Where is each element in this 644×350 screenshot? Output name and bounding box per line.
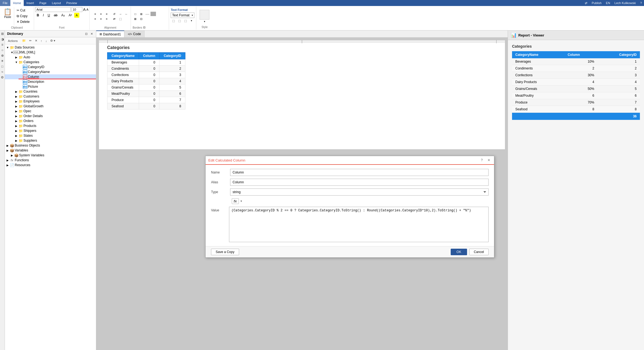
side-icon-4[interactable]: ○ xyxy=(0,48,5,52)
toggle-employees[interactable]: ▶ xyxy=(14,99,19,104)
toggle-functions[interactable]: ▶ xyxy=(5,158,10,162)
toggle-countries[interactable]: ▶ xyxy=(14,89,19,94)
ok-button[interactable]: OK xyxy=(451,249,467,255)
toggle-systemvariables[interactable]: ▶ xyxy=(10,153,14,157)
strikethrough-button[interactable]: ab xyxy=(52,13,59,18)
toggle-customers[interactable]: ▶ xyxy=(14,94,19,99)
menu-home[interactable]: Home xyxy=(10,0,24,6)
tab-dashboard1[interactable]: ⊞ Dashboard1 xyxy=(96,31,124,37)
toggle-products[interactable]: ▶ xyxy=(14,124,19,128)
align-top-right-btn[interactable]: ≡ xyxy=(104,12,109,16)
underline-button[interactable]: U xyxy=(46,13,52,18)
fx-button[interactable]: fx xyxy=(232,198,239,204)
delete-button[interactable]: ✕ Delete xyxy=(15,19,31,25)
toggle-variables[interactable]: ▶ xyxy=(5,148,10,153)
tree-node-xml[interactable]: ▼ XML XML [XML] xyxy=(5,50,96,55)
toggle-auto[interactable]: ▶ xyxy=(14,55,19,59)
cell-merge-btn[interactable]: ⊠ xyxy=(133,17,138,21)
tree-node-variables[interactable]: ▶ 📦 Variables xyxy=(5,148,96,153)
tree-node-categoryid[interactable]: ▶ abc CategoryID xyxy=(5,65,96,69)
alias-input[interactable] xyxy=(230,179,489,186)
action-down-btn[interactable]: ↓ xyxy=(44,38,49,43)
borders-expand-icon[interactable]: ⊡ xyxy=(143,26,145,29)
textformat-down-icon[interactable]: ▾ xyxy=(189,19,194,23)
italic-button[interactable]: I xyxy=(41,13,45,18)
tree-node-opec[interactable]: ▶ 📁 Opec xyxy=(5,109,96,114)
font-shrink-icon[interactable]: A xyxy=(86,8,88,11)
toggle-suppliers[interactable]: ▶ xyxy=(14,138,19,143)
border-all-btn[interactable]: ⊞ xyxy=(139,12,144,16)
side-icon-9[interactable]: ⚙ xyxy=(0,75,5,80)
save-copy-button[interactable]: Save a Copy xyxy=(211,249,239,255)
tree-node-customers[interactable]: ▶ 📁 Customers xyxy=(5,94,96,99)
toggle-opec[interactable]: ▶ xyxy=(14,109,19,113)
bold-button[interactable]: B xyxy=(35,13,41,18)
menu-layout[interactable]: Layout xyxy=(49,0,64,6)
name-input[interactable] xyxy=(230,169,489,176)
rotate-btn[interactable]: ↺ xyxy=(112,12,117,16)
user-btn[interactable]: Lech Kulikowski xyxy=(612,1,638,5)
action-edit-btn[interactable]: ✏ xyxy=(28,38,33,43)
wrap-text-btn[interactable]: ⇌ xyxy=(112,17,117,21)
align-mid-center-btn[interactable]: ≡ xyxy=(98,17,104,21)
menu-preview[interactable]: Preview xyxy=(64,0,80,6)
textformat-btn2[interactable]: ⬚ xyxy=(177,19,182,23)
merge-cells-btn[interactable]: ⬚ xyxy=(118,17,123,21)
tree-node-employees[interactable]: ▶ 📁 Employees xyxy=(5,99,96,104)
tree-node-categoryname[interactable]: ▶ abc CategoryName xyxy=(5,69,96,74)
copy-button[interactable]: ⧉ Copy xyxy=(15,13,31,19)
outdent-btn[interactable]: ← xyxy=(124,12,129,16)
cut-button[interactable]: ✂ Cut xyxy=(15,8,31,13)
panel-close-btn[interactable]: ✕ xyxy=(89,32,94,36)
tree-node-orders[interactable]: ▶ 📁 Orders xyxy=(5,118,96,123)
dialog-close-btn[interactable]: ✕ xyxy=(486,158,491,163)
side-icon-8[interactable]: ≈ xyxy=(0,70,5,74)
side-icon-5[interactable]: ⊕ xyxy=(0,53,5,58)
textformat-btn3[interactable]: ⬚ xyxy=(183,19,188,23)
action-delete-btn[interactable]: ✕ xyxy=(34,38,39,43)
textformat-btn1[interactable]: ⬚ xyxy=(171,19,176,23)
action-new-btn[interactable]: 📁 xyxy=(21,38,27,43)
tree-node-description[interactable]: ▶ abc Description xyxy=(5,79,96,84)
side-icon-3[interactable]: ≡ xyxy=(0,42,5,47)
panel-float-btn[interactable]: ⊡ xyxy=(84,32,88,36)
toggle-states[interactable]: ▶ xyxy=(14,133,19,138)
indent-btn[interactable]: → xyxy=(118,12,123,16)
tree-node-column[interactable]: ▶ f(x) Column xyxy=(5,74,96,79)
tree-node-functions[interactable]: ▶ fx Functions xyxy=(5,158,96,163)
tree-node-products[interactable]: ▶ 📁 Products xyxy=(5,123,96,128)
dialog-help-btn[interactable]: ? xyxy=(479,158,484,163)
language-btn[interactable]: EN xyxy=(604,1,612,5)
cancel-button[interactable]: Cancel xyxy=(469,249,489,255)
side-icon-7[interactable]: □ xyxy=(0,64,5,69)
toggle-shippers[interactable]: ▶ xyxy=(14,129,19,133)
menu-page[interactable]: Page xyxy=(37,0,49,6)
tree-node-auto[interactable]: ▶ 📁 Auto xyxy=(5,55,96,60)
font-size-input[interactable] xyxy=(71,7,82,12)
tree-node-states[interactable]: ▶ 📁 States xyxy=(5,133,96,138)
border-color-btn[interactable]: — xyxy=(145,12,150,16)
help-btn[interactable]: ? xyxy=(638,1,644,5)
actions-dropdown[interactable]: Actions xyxy=(7,38,19,43)
side-icon-2[interactable]: ◑ xyxy=(0,37,5,41)
tree-node-businessobjects[interactable]: ▶ 📦 Business Objects xyxy=(5,143,96,148)
type-select[interactable]: string number boolean datetime xyxy=(230,188,489,196)
fx-dropdown-icon[interactable]: ▾ xyxy=(240,199,242,203)
share-icon-btn[interactable]: ⇄ xyxy=(583,1,589,6)
paste-button[interactable]: 📋 Paste xyxy=(2,7,14,26)
tree-node-picture[interactable]: ▶ abc Picture xyxy=(5,84,96,89)
tree-node-suppliers[interactable]: ▶ 📁 Suppliers xyxy=(5,138,96,143)
action-up-btn[interactable]: ↑ xyxy=(39,38,44,43)
toggle-categories[interactable]: ▼ xyxy=(14,60,19,64)
action-settings-btn[interactable]: ⚙ ▾ xyxy=(49,38,57,43)
font-grow-icon[interactable]: A xyxy=(83,7,86,12)
align-top-center-btn[interactable]: ≡ xyxy=(98,12,104,16)
superscript-button[interactable]: A² xyxy=(67,13,74,18)
subscript-button[interactable]: A₂ xyxy=(60,13,67,18)
cell-split-btn[interactable]: ⊡ xyxy=(139,17,144,21)
border-fill-btn[interactable] xyxy=(151,12,156,16)
font-name-input[interactable] xyxy=(35,7,71,12)
tree-node-systemvariables[interactable]: ▶ 📦 System Variables xyxy=(5,153,96,158)
tree-node-resources[interactable]: ▶ 📄 Resources xyxy=(5,163,96,168)
tree-node-datasources[interactable]: ▼ 📁 Data Sources xyxy=(5,45,96,50)
